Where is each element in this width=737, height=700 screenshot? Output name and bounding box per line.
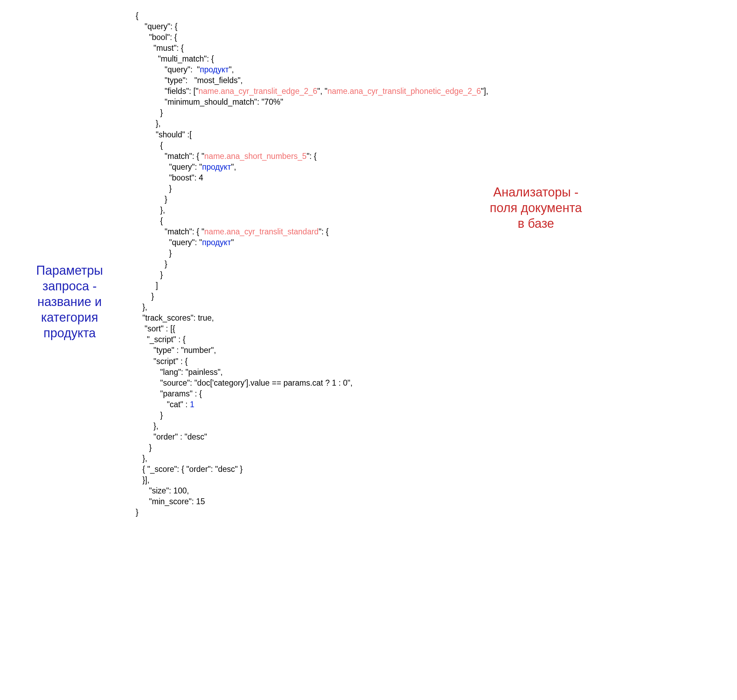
analyzer-field-highlight: name.ana_cyr_translit_edge_2_6 xyxy=(198,87,317,96)
code-line: } xyxy=(136,270,163,279)
query-value-highlight: продукт xyxy=(202,238,231,247)
code-line: { "_score": { "order": "desc" } xyxy=(136,465,243,474)
page-root: Параметры запроса - название и категория… xyxy=(0,0,737,700)
code-line: "query": " xyxy=(136,65,200,74)
code-line: }, xyxy=(136,119,161,128)
code-line: ] xyxy=(136,281,158,290)
analyzer-field-highlight: name.ana_short_numbers_5 xyxy=(204,151,307,161)
analyzer-field-highlight: name.ana_cyr_translit_phonetic_edge_2_6 xyxy=(327,87,481,96)
code-line: } xyxy=(136,108,163,117)
code-line: "type": "most_fields", xyxy=(136,76,243,85)
query-value-highlight: продукт xyxy=(202,162,231,171)
code-line: "should" :[ xyxy=(136,130,192,139)
code-line: } xyxy=(136,195,167,204)
code-line: { xyxy=(136,216,163,225)
analyzer-field-highlight: name.ana_cyr_translit_standard xyxy=(204,227,319,236)
annot-left-line1: Параметры xyxy=(36,263,103,278)
code-line: "query": { xyxy=(136,22,177,31)
code-line: "size": 100, xyxy=(136,486,189,495)
code-line: } xyxy=(136,184,172,193)
annot-right-line1: Анализаторы - xyxy=(494,185,579,199)
code-line: } xyxy=(136,443,152,452)
code-line: "track_scores": true, xyxy=(136,313,214,322)
code-line: { xyxy=(136,11,139,20)
code-line: "type" : "number", xyxy=(136,346,216,355)
code-line: "fields": [" xyxy=(136,87,198,96)
annot-right-line3: в базе xyxy=(518,216,554,231)
annot-left-line4: категория xyxy=(41,310,98,325)
code-line: "], xyxy=(481,87,488,96)
code-line: "order" : "desc" xyxy=(136,432,207,441)
code-line: }, xyxy=(136,422,158,431)
cat-value-highlight: 1 xyxy=(190,400,195,409)
code-line: "multi_match": { xyxy=(136,54,214,63)
code-line: ", " xyxy=(317,87,327,96)
code-line: ": { xyxy=(319,227,329,236)
code-line: " xyxy=(231,238,234,247)
code-line: }], xyxy=(136,475,150,484)
code-block: { "query": { "bool": { "must": { "multi_… xyxy=(136,10,488,518)
annotation-query-params: Параметры запроса - название и категория… xyxy=(10,263,129,341)
code-line: "query": " xyxy=(136,162,202,171)
code-line: } xyxy=(136,292,154,301)
code-line: "source": "doc['category'].value == para… xyxy=(136,378,352,387)
code-line: "query": " xyxy=(136,238,202,247)
code-line: } xyxy=(136,508,139,517)
code-line: { xyxy=(136,141,163,150)
code-line: "must": { xyxy=(136,43,184,53)
annot-left-line3: название и xyxy=(38,294,102,309)
code-line: "cat" : xyxy=(136,400,190,409)
code-line: }, xyxy=(136,454,147,463)
code-line: "sort" : [{ xyxy=(136,324,175,333)
annot-right-line2: поля документа xyxy=(490,201,582,215)
annot-left-line5: продукта xyxy=(44,326,96,340)
code-line: "script" : { xyxy=(136,357,187,366)
code-line: "match": { " xyxy=(136,151,204,161)
annot-left-line2: запроса - xyxy=(43,279,97,293)
code-line: "match": { " xyxy=(136,227,204,236)
query-value-highlight: продукт xyxy=(200,65,228,74)
code-line: } xyxy=(136,411,163,420)
code-line: } xyxy=(136,249,172,258)
code-line: }, xyxy=(136,206,165,215)
code-line: ", xyxy=(229,65,234,74)
code-line: } xyxy=(136,259,167,268)
code-line: }, xyxy=(136,303,147,312)
code-line: "_script" : { xyxy=(136,335,186,344)
code-line: "min_score": 15 xyxy=(136,497,205,506)
code-line: "minimum_should_match": "70%" xyxy=(136,97,283,106)
code-line: "boost": 4 xyxy=(136,173,203,182)
code-line: ", xyxy=(231,162,236,171)
code-line: ": { xyxy=(307,151,317,161)
code-line: "bool": { xyxy=(136,33,177,42)
code-line: "lang": "painless", xyxy=(136,368,223,376)
code-line: "params" : { xyxy=(136,389,202,398)
